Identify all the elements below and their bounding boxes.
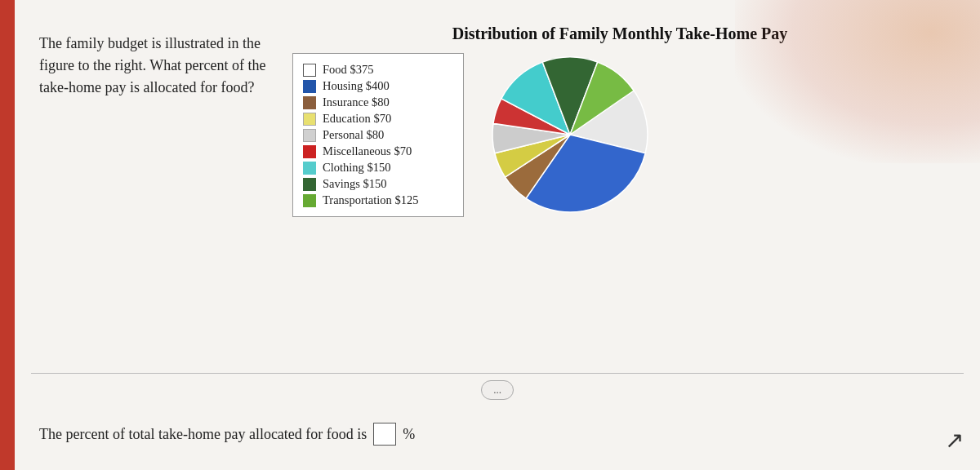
next-arrow-icon[interactable]: ↗ (945, 427, 964, 454)
legend-label: Clothing $150 (323, 161, 390, 175)
legend-label: Education $70 (323, 112, 391, 126)
legend-item: Food $375 (303, 63, 453, 77)
legend-label: Transportation $125 (323, 193, 418, 207)
legend-item: Miscellaneous $70 (303, 144, 453, 158)
bottom-text-prefix: The percent of total take-home pay alloc… (39, 426, 367, 443)
expand-button-area[interactable]: ... (15, 374, 980, 406)
legend-label: Food $375 (323, 63, 373, 77)
expand-pill[interactable]: ... (481, 380, 514, 400)
percent-sign: % (403, 426, 415, 443)
legend-item: Personal $80 (303, 128, 453, 142)
legend-swatch (303, 178, 316, 191)
legend-item: Transportation $125 (303, 193, 453, 207)
legend-item: Clothing $150 (303, 161, 453, 175)
legend-swatch (303, 162, 316, 175)
legend-label: Savings $150 (323, 177, 387, 191)
legend-swatch (303, 129, 316, 142)
legend-swatch (303, 96, 316, 109)
pie-chart (488, 53, 652, 216)
legend-swatch (303, 194, 316, 207)
legend-label: Miscellaneous $70 (323, 144, 412, 158)
legend-swatch (303, 80, 316, 93)
chart-area: Distribution of Family Monthly Take-Home… (292, 24, 947, 365)
legend-item: Insurance $80 (303, 95, 453, 109)
legend-swatch (303, 145, 316, 158)
chart-content: Food $375Housing $400Insurance $80Educat… (292, 53, 947, 217)
legend-item: Education $70 (303, 112, 453, 126)
top-section: The family budget is illustrated in the … (15, 0, 980, 373)
main-container: The family budget is illustrated in the … (15, 0, 980, 470)
legend-swatch (303, 113, 316, 126)
answer-input-box[interactable] (373, 423, 396, 446)
question-text: The family budget is illustrated in the … (39, 24, 268, 365)
legend-label: Insurance $80 (323, 95, 390, 109)
chart-title: Distribution of Family Monthly Take-Home… (292, 24, 947, 43)
legend-swatch (303, 64, 316, 77)
legend-label: Personal $80 (323, 128, 384, 142)
legend-item: Housing $400 (303, 79, 453, 93)
legend-box: Food $375Housing $400Insurance $80Educat… (292, 53, 464, 217)
legend-item: Savings $150 (303, 177, 453, 191)
left-accent-bar (0, 0, 15, 470)
legend-label: Housing $400 (323, 79, 390, 93)
bottom-section: The percent of total take-home pay alloc… (15, 406, 980, 470)
